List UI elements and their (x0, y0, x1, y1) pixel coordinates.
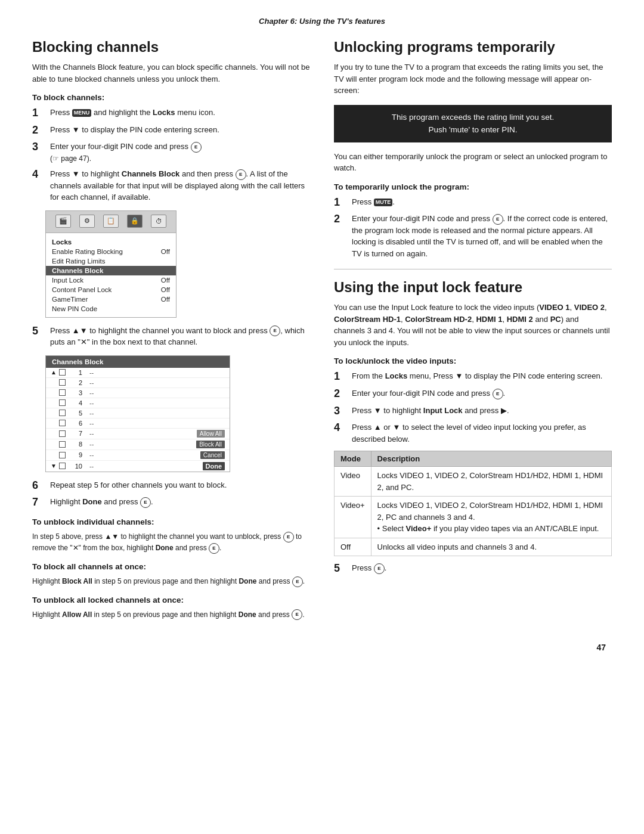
menu-icon-timer: ⏱ (151, 215, 166, 229)
cb-checkbox5 (59, 410, 66, 416)
cb-checkbox7 (59, 430, 66, 437)
unlock-step-2: 2 Enter your four-digit PIN code and pre… (334, 213, 612, 259)
table-header-description: Description (371, 451, 611, 467)
cb-checkbox6 (59, 420, 66, 426)
temporarily-unlock-steps: 1 Press MUTE. 2 Enter your four-digit PI… (334, 196, 612, 260)
lock-message-line1: This program exceeds the rating limit yo… (346, 111, 600, 124)
two-column-layout: Blocking channels With the Channels Bloc… (32, 39, 612, 625)
unlocking-programs-title: Unlocking programs temporarily (334, 39, 612, 55)
arrow-down-icon (72, 125, 80, 134)
cb-checkbox9 (59, 452, 66, 458)
to-block-channels-heading: To block channels: (32, 93, 310, 102)
cb-row-arrow: ▲ 1 -- (46, 368, 230, 378)
lock-step-1: 1 From the Locks menu, Press to display … (334, 370, 612, 383)
allow-all-btn[interactable]: Allow All (197, 430, 225, 438)
enter-icon5: E (283, 532, 294, 542)
cb-row-5: 5 -- (46, 408, 230, 418)
table-row-off: Off Unlocks all video inputs and channel… (335, 538, 612, 556)
cb-checkbox8 (59, 441, 66, 448)
cb-row-3: 3 -- (46, 388, 230, 398)
step-7: 7 Highlight Done and press E. (32, 496, 310, 509)
mode-off: Off (335, 538, 371, 556)
to-unblock-all-heading: To unblock all locked channels at once: (32, 596, 310, 604)
cancel-btn[interactable]: Cancel (200, 451, 225, 459)
block-all-btn[interactable]: Block All (196, 441, 225, 448)
cb-checkbox3 (59, 389, 66, 396)
to-unblock-all-text: Highlight Allow All in step 5 on previou… (32, 609, 310, 621)
table-row-videoplus: Video+ Locks VIDEO 1, VIDEO 2, ColorStre… (335, 497, 612, 538)
step-4: 4 Press to highlight Channels Block and … (32, 168, 310, 203)
enter-icon3: E (270, 325, 280, 336)
cb-header: Channels Block (46, 356, 230, 368)
lock-step-5: 5 Press E. (334, 562, 612, 575)
to-lock-unlock-heading: To lock/unlock the video inputs: (334, 356, 612, 365)
mode-videoplus: Video+ (335, 497, 371, 538)
after-lock-message: You can either temporarily unlock the pr… (334, 151, 612, 174)
menu-body: Locks Enable Rating BlockingOff Edit Rat… (46, 233, 176, 317)
cb-row-10: ▼ 10 -- Done (46, 461, 230, 472)
cb-checkbox (59, 369, 66, 376)
to-block-all-heading: To block all channels at once: (32, 562, 310, 571)
section-divider (334, 269, 612, 269)
arrow-down-icon3 (455, 371, 463, 380)
menu-icons-bar: 🎬 ⚙ 📋 🔒 ⏱ (46, 211, 176, 233)
enter-icon9: E (493, 214, 503, 225)
lock-step-4: 4 Press or to select the level of video … (334, 421, 612, 445)
menu-item-channels-block: Channels Block (46, 266, 176, 275)
enter-icon: E (191, 142, 202, 153)
menu-item-content-lock: Contont Panel LockOff (46, 285, 176, 294)
desc-videoplus: Locks VIDEO 1, VIDEO 2, ColorStream HD1/… (371, 497, 611, 538)
input-lock-intro: You can use the Input Lock feature to lo… (334, 302, 612, 348)
left-column: Blocking channels With the Channels Bloc… (32, 39, 310, 625)
input-lock-title: Using the input lock feature (334, 279, 612, 296)
arrow-down-icon5 (393, 423, 401, 432)
menu-item-input-lock: Input LockOff (46, 275, 176, 285)
menu-locks-label: Locks (46, 237, 176, 247)
blocking-channels-intro: With the Channels Block feature, you can… (32, 61, 310, 85)
program-lock-message: This program exceeds the rating limit yo… (334, 105, 612, 142)
page-number: 47 (32, 643, 612, 652)
arrow-down-icon2 (72, 169, 80, 178)
arrow-up-icon (374, 423, 382, 432)
desc-off: Unlocks all video inputs and channels 3 … (371, 538, 611, 556)
cb-row-4: 4 -- (46, 398, 230, 408)
lock-step-3: 3 Press to highlight Input Lock and pres… (334, 405, 612, 418)
menu-item-new-pin: New PIN Code (46, 304, 176, 314)
menu-item-edit-rating: Edit Rating Limits (46, 256, 176, 266)
cb-row-6: 6 -- (46, 418, 230, 429)
mode-video: Video (335, 467, 371, 497)
cb-row-8: 8 -- Block All (46, 439, 230, 450)
menu-icon-list: 📋 (103, 215, 119, 229)
cb-checkbox4 (59, 399, 66, 406)
menu-item-gametimer: GameTimerOff (46, 294, 176, 304)
block-channels-steps: 1 Press MENU and highlight the Locks men… (32, 107, 310, 203)
menu-icon-lock: 🔒 (127, 215, 143, 229)
right-column: Unlocking programs temporarily If you tr… (334, 39, 612, 625)
enter-icon7: E (292, 576, 303, 587)
chapter-header: Chapter 6: Using the TV's features (32, 17, 612, 26)
menu-item-enable-rating: Enable Rating BlockingOff (46, 247, 176, 256)
arrow-right-icon (501, 406, 507, 415)
step-6: 6 Repeat step 5 for other channels you w… (32, 479, 310, 492)
step5-right: 5 Press E. (334, 562, 612, 575)
channels-block-screenshot: Channels Block ▲ 1 -- 2 -- 3 - (45, 355, 230, 472)
step-1: 1 Press MENU and highlight the Locks men… (32, 107, 310, 120)
unlocking-programs-intro: If you try to tune the TV to a program t… (334, 61, 612, 97)
done-btn[interactable]: Done (203, 462, 225, 470)
enter-icon2: E (236, 169, 246, 180)
step-2: 2 Press to display the PIN code entering… (32, 124, 310, 137)
step-3: 3 Enter your four-digit PIN code and pre… (32, 141, 310, 164)
steps-6-7: 6 Repeat step 5 for other channels you w… (32, 479, 310, 509)
lock-step-2: 2 Enter your four-digit PIN code and pre… (334, 387, 612, 401)
to-block-all-text: Highlight Block All in step 5 on previou… (32, 576, 310, 587)
lock-unlock-steps: 1 From the Locks menu, Press to display … (334, 370, 612, 445)
menu-icon-settings: ⚙ (79, 215, 95, 229)
unlock-step-1: 1 Press MUTE. (334, 196, 612, 209)
cb-checkbox2 (59, 379, 66, 386)
table-row-video: Video Locks VIDEO 1, VIDEO 2, ColorStrea… (335, 467, 612, 497)
table-header-mode: Mode (335, 451, 371, 467)
to-temporarily-unlock-heading: To temporarily unlock the program: (334, 182, 612, 191)
locks-menu-screenshot: 🎬 ⚙ 📋 🔒 ⏱ Locks (45, 210, 177, 318)
enter-icon6: E (209, 543, 219, 554)
menu-icon: MENU (72, 109, 92, 117)
